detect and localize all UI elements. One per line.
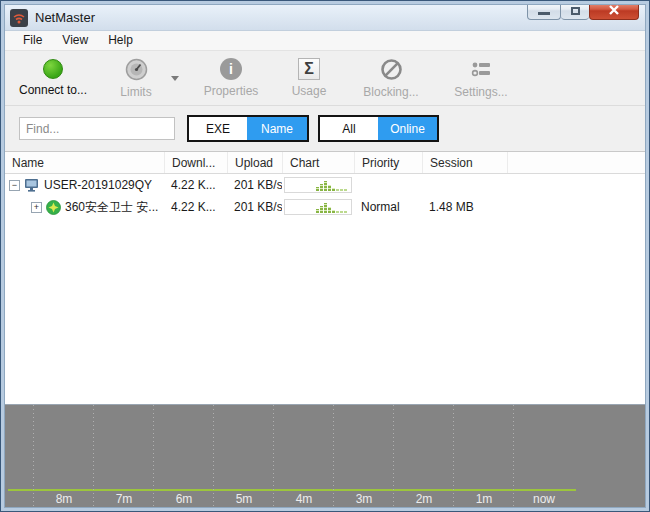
traffic-table: Name Downl... Upload Chart Priority Sess…	[5, 152, 645, 404]
graph-gridline	[33, 405, 34, 507]
window-controls	[527, 4, 639, 20]
360-safety-icon	[46, 200, 61, 215]
limits-button[interactable]: Limits	[107, 58, 165, 99]
graph-gridline	[153, 405, 154, 507]
filter-bar: EXE Name All Online	[5, 106, 645, 152]
row-session: 1.48 MB	[422, 200, 507, 214]
row-upload: 201 KB/s	[227, 200, 282, 214]
netmaster-app-icon	[10, 9, 28, 27]
maximize-icon	[571, 7, 580, 15]
chevron-down-icon	[171, 76, 179, 81]
maximize-button[interactable]	[561, 4, 589, 20]
graph-gridline	[513, 405, 514, 507]
toggle-name[interactable]: Name	[247, 117, 307, 140]
row-download: 4.22 K...	[164, 200, 227, 214]
row-traffic-minichart	[284, 177, 352, 193]
row-priority: Normal	[354, 200, 422, 214]
graph-time-label: 8m	[56, 492, 73, 506]
menu-bar: File View Help	[5, 31, 645, 51]
graph-gridline	[333, 405, 334, 507]
graph-time-label: 6m	[176, 492, 193, 506]
menu-view[interactable]: View	[52, 31, 98, 50]
graph-gridline	[213, 405, 214, 507]
netmaster-window: NetMaster File View Help Connect to...	[0, 0, 650, 512]
graph-gridline	[93, 405, 94, 507]
graph-time-label: 2m	[416, 492, 433, 506]
column-header-upload[interactable]: Upload	[227, 152, 282, 173]
table-header: Name Downl... Upload Chart Priority Sess…	[5, 152, 645, 174]
connect-status-icon	[43, 59, 63, 79]
minimize-button[interactable]	[527, 4, 561, 20]
column-header-download[interactable]: Downl...	[164, 152, 227, 173]
collapse-expander[interactable]: −	[9, 180, 20, 191]
table-row[interactable]: − USER-20191029QY 4.22 K... 201 KB/s	[5, 174, 645, 196]
computer-icon	[24, 178, 40, 193]
properties-button[interactable]: i Properties	[193, 58, 269, 98]
column-header-chart[interactable]: Chart	[282, 152, 354, 173]
usage-button[interactable]: Σ Usage	[283, 58, 335, 98]
graph-gridline	[393, 405, 394, 507]
client-area: NetMaster File View Help Connect to...	[4, 4, 646, 508]
sigma-icon: Σ	[298, 58, 320, 80]
toggle-online[interactable]: Online	[378, 117, 437, 140]
graph-time-label: 4m	[296, 492, 313, 506]
expand-expander[interactable]: +	[31, 202, 42, 213]
settings-button[interactable]: Settings...	[443, 58, 519, 99]
column-header-session[interactable]: Session	[422, 152, 507, 173]
row-traffic-minichart	[284, 199, 352, 215]
row-name: USER-20191029QY	[44, 178, 152, 192]
menu-file[interactable]: File	[13, 31, 52, 50]
toolbar: Connect to... Limits i Properties Σ Usag…	[5, 51, 645, 106]
graph-time-label: 1m	[476, 492, 493, 506]
options-icon	[470, 58, 493, 81]
graph-gridline	[453, 405, 454, 507]
all-online-toggle: All Online	[318, 115, 439, 142]
connect-button[interactable]: Connect to...	[11, 58, 95, 97]
row-upload: 201 KB/s	[227, 178, 282, 192]
gauge-icon	[125, 58, 148, 81]
toggle-exe[interactable]: EXE	[189, 117, 247, 140]
minimize-icon	[538, 12, 550, 15]
traffic-graph: 8m7m6m5m4m3m2m1mnow	[5, 404, 645, 507]
find-input[interactable]	[19, 117, 175, 140]
table-row[interactable]: + 360安全卫士 安... 4.22 K... 201 KB/s Normal…	[5, 196, 645, 218]
window-title: NetMaster	[35, 10, 95, 25]
exe-name-toggle: EXE Name	[187, 115, 309, 142]
column-header-name[interactable]: Name	[5, 152, 164, 173]
limits-dropdown-button[interactable]	[165, 58, 185, 98]
row-name: 360安全卫士 安...	[65, 199, 158, 216]
close-button[interactable]	[589, 4, 639, 20]
graph-gridline	[273, 405, 274, 507]
title-bar[interactable]: NetMaster	[5, 5, 645, 31]
blocking-button[interactable]: Blocking...	[353, 58, 429, 99]
row-download: 4.22 K...	[164, 178, 227, 192]
block-icon	[380, 58, 403, 81]
graph-time-label: 7m	[116, 492, 133, 506]
graph-time-label: now	[533, 492, 555, 506]
close-icon	[608, 5, 620, 15]
graph-time-label: 5m	[236, 492, 253, 506]
graph-time-label: 3m	[356, 492, 373, 506]
column-header-priority[interactable]: Priority	[354, 152, 422, 173]
toggle-all[interactable]: All	[320, 117, 378, 140]
menu-help[interactable]: Help	[98, 31, 143, 50]
info-icon: i	[220, 58, 242, 80]
